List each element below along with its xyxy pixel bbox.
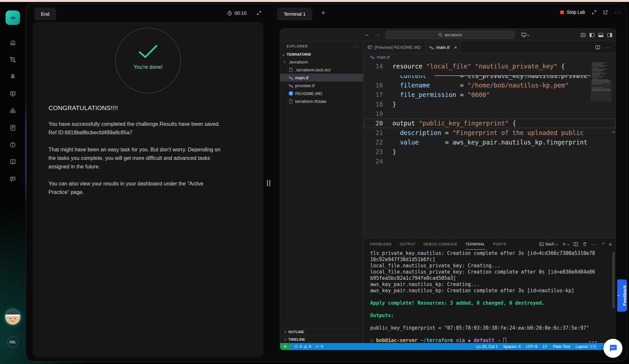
split-terminal-icon[interactable]: [573, 242, 578, 247]
explorer-item-README.MD[interactable]: iREADME.MD: [280, 89, 363, 97]
panel-tab-terminal[interactable]: TERMINAL: [466, 239, 485, 250]
info-icon[interactable]: [6, 138, 19, 151]
tab-label: main.tf: [436, 45, 450, 50]
blocks-icon[interactable]: [6, 104, 19, 117]
toggle-sidebar-icon[interactable]: [589, 32, 595, 38]
drag-handle[interactable]: [589, 341, 597, 349]
more-options-icon[interactable]: ···: [615, 10, 621, 15]
kill-terminal-icon[interactable]: [582, 242, 587, 246]
instructions-card: You're done! CONGRATULATIONS!!!! You hav…: [33, 22, 263, 357]
labs-icon[interactable]: [6, 87, 19, 100]
new-terminal-button[interactable]: [562, 242, 569, 246]
status-lf[interactable]: LF: [543, 344, 547, 349]
code-text: value = aws_key_pair.nautilus_kp.fingerp…: [392, 138, 587, 147]
timer: 00:10: [227, 10, 246, 16]
home-icon[interactable]: [6, 36, 19, 49]
learning-path-icon[interactable]: [6, 53, 19, 66]
notes-icon[interactable]: [6, 121, 19, 134]
toggle-secondary-sidebar-icon[interactable]: [607, 32, 612, 38]
chat-icon[interactable]: [6, 172, 19, 185]
remote-indicator[interactable]: [521, 32, 529, 37]
docs-icon[interactable]: [6, 155, 19, 168]
terminal-scrollbar[interactable]: [612, 252, 615, 308]
status-ln-20-col-1[interactable]: Ln 20, Col 1: [476, 344, 498, 349]
user-avatar[interactable]: [5, 310, 20, 325]
chat-bubble-icon: [608, 344, 618, 353]
tab-end[interactable]: End: [34, 8, 56, 20]
explorer-item-.terraform[interactable]: .terraform: [280, 58, 363, 66]
search-icon: [438, 33, 443, 37]
customize-layout-icon[interactable]: [581, 32, 586, 38]
rbl-badge[interactable]: RBL: [7, 336, 18, 348]
close-tab-icon[interactable]: ×: [454, 45, 457, 50]
congrats-paragraphs: You have successfully completed the chal…: [48, 120, 220, 197]
done-text: You're done!: [134, 64, 163, 70]
terraform-icon: [429, 45, 434, 50]
tab-end-label: End: [41, 11, 49, 17]
outline-section[interactable]: OUTLINE: [280, 328, 363, 335]
line-number: 22: [364, 138, 383, 147]
stop-lab-button[interactable]: Stop Lab: [560, 10, 585, 15]
code-line-23: 23}: [364, 147, 616, 157]
item-label: provider.tf: [295, 83, 314, 88]
terminal-actions: bash ···: [539, 241, 612, 247]
item-label: .terraform.lock.hcl: [295, 67, 330, 72]
terraform-icon: [289, 75, 295, 80]
panel-more-icon[interactable]: ···: [591, 242, 598, 247]
ports-status[interactable]: 0: [315, 344, 323, 349]
status-plain-text[interactable]: Plain Text: [553, 344, 570, 349]
tab-terminal-1[interactable]: Terminal 1: [277, 8, 312, 20]
stop-lab-label: Stop Lab: [567, 10, 585, 15]
line-number: 16: [364, 81, 383, 90]
explorer-item-main.tf[interactable]: main.tf: [280, 74, 363, 82]
toggle-panel-icon[interactable]: [598, 32, 603, 38]
code-text: output "public_key_fingerprint" {: [392, 119, 516, 128]
search-box[interactable]: terraform: [386, 31, 515, 39]
rocket-icon[interactable]: [6, 70, 19, 83]
tab-main-tf[interactable]: main.tf ×: [425, 42, 461, 53]
broadcast-icon: [315, 344, 319, 349]
new-tab-icon[interactable]: [321, 10, 326, 15]
screen: </> RBL End 00:10 You're don: [0, 0, 629, 364]
remote-status[interactable]: [280, 343, 290, 350]
code-editor[interactable]: 14resource "local_file" "nautilus_privat…: [364, 61, 616, 238]
explorer-more-icon[interactable]: ···: [353, 44, 359, 48]
tab-readme-preview[interactable]: [Preview] README.MD: [364, 42, 425, 53]
explorer-section-terraform[interactable]: TERRAFORM: [280, 51, 363, 58]
explorer-item-provider.tf[interactable]: provider.tf: [280, 82, 363, 89]
status-spaces-4[interactable]: Spaces: 4: [503, 344, 521, 349]
panel-tab-problems[interactable]: PROBLEMS: [370, 239, 392, 250]
minimap[interactable]: [591, 62, 612, 102]
maximize-panel-icon[interactable]: [602, 243, 605, 245]
chevron-down-icon: [282, 53, 285, 55]
explorer-item-.terraform.lock.hcl[interactable]: .terraform.lock.hcl: [280, 66, 363, 74]
split-editor-icon[interactable]: [595, 45, 600, 50]
close-panel-icon[interactable]: ×: [609, 241, 612, 247]
chat-button[interactable]: [603, 339, 622, 358]
panel-resize-handle[interactable]: [266, 180, 271, 187]
editor-area: [Preview] README.MD main.tf × ···: [364, 42, 616, 343]
terminal-output[interactable]: tls_private_key.nautilus: Creation compl…: [370, 250, 611, 342]
editor-more-icon[interactable]: ···: [605, 45, 612, 50]
forward-icon[interactable]: →: [375, 31, 380, 37]
stop-icon: [560, 10, 564, 14]
breadcrumb[interactable]: main.tf: [364, 53, 616, 61]
open-external-icon[interactable]: [603, 10, 608, 15]
panel-tab-output[interactable]: OUTPUT: [400, 239, 416, 250]
expand-left-panel-icon[interactable]: [257, 10, 261, 15]
feedback-button[interactable]: Feedback: [617, 279, 627, 312]
panel-tab-ports[interactable]: PORTS: [493, 239, 506, 250]
back-icon[interactable]: ←: [365, 31, 370, 37]
status-utf-8[interactable]: UTF-8: [526, 344, 537, 349]
explorer-item-terraform.tfstate[interactable]: terraform.tfstate: [280, 97, 363, 105]
panel-tab-debug-console[interactable]: DEBUG CONSOLE: [424, 239, 458, 250]
problems-status[interactable]: 0 0: [294, 344, 311, 349]
minimap-line: [592, 82, 609, 83]
timeline-section[interactable]: TIMELINE: [280, 335, 363, 343]
paragraph: You have successfully completed the chal…: [48, 120, 220, 137]
terraform-icon: [289, 83, 295, 88]
expand-right-panel-icon[interactable]: [592, 10, 597, 15]
app-logo[interactable]: </>: [6, 10, 20, 25]
info-icon: i: [289, 91, 295, 96]
shell-selector[interactable]: bash: [539, 242, 558, 246]
